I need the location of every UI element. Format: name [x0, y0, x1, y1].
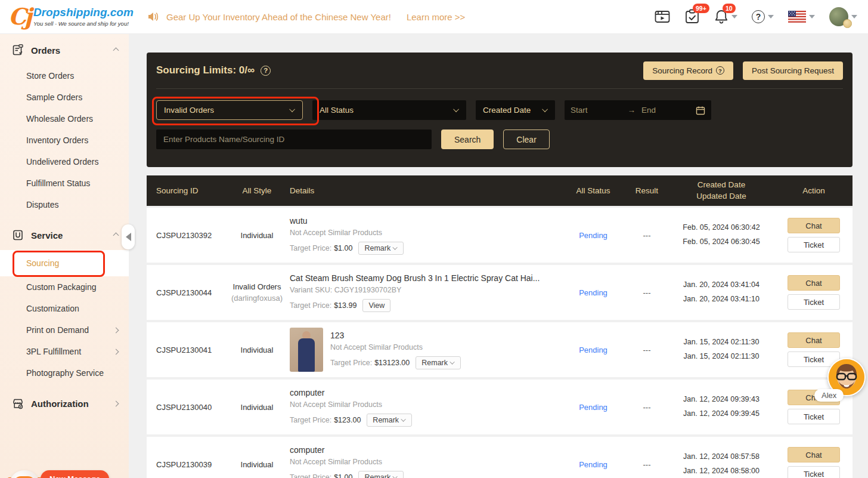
chevron-right-icon [113, 400, 119, 406]
date-end-placeholder: End [641, 106, 656, 115]
style-cell: Individual [224, 460, 290, 469]
remark-label: Remark [364, 473, 390, 478]
date-start-placeholder: Start [571, 106, 588, 115]
remark-dropdown[interactable]: Remark [416, 356, 461, 369]
table-body: CJSPU2130392 Individual wutu Not Accept … [147, 208, 852, 478]
sidebar-item-custom-packaging[interactable]: Custom Packaging [0, 276, 129, 298]
search-input[interactable] [156, 129, 432, 149]
brand-name: Dropshipping.com [33, 7, 134, 19]
sidebar-item-sourcing[interactable]: Sourcing [0, 250, 129, 276]
remark-label: Remark [364, 244, 390, 252]
table-row: CJSPU2130392 Individual wutu Not Accept … [147, 208, 852, 263]
sourcing-record-button[interactable]: Sourcing Record ? [643, 61, 733, 80]
sidebar-item-undelivered-orders[interactable]: Undelivered Orders [0, 151, 129, 172]
sidebar-item-wholesale-orders[interactable]: Wholesale Orders [0, 108, 129, 129]
sidebar-item-photography-service[interactable]: Photography Service [0, 362, 129, 384]
language-selector[interactable] [788, 11, 815, 23]
learn-more-link[interactable]: Learn more >> [407, 12, 465, 22]
chat-button[interactable]: Chat [788, 332, 840, 348]
sourcing-filter-panel: Sourcing Limits: 0/∞ ? Sourcing Record ?… [147, 53, 852, 167]
sourcing-id: CJSPU2130044 [147, 288, 224, 297]
result-cell: --- [626, 231, 668, 240]
account-menu-button[interactable] [829, 7, 857, 26]
sidebar-item-fulfillment-status[interactable]: Fulfillment Status [0, 172, 129, 194]
date-range-picker[interactable]: Start → End [565, 100, 711, 120]
chevron-right-icon [113, 327, 119, 333]
chevron-down-icon [393, 245, 398, 249]
announcement-text: Gear Up Your Inventory Ahead of the Chin… [166, 12, 391, 22]
chevron-down-icon [453, 106, 459, 112]
sidebar-item-3pl-fulfillment[interactable]: 3PL Fulfillment [0, 341, 129, 362]
help-menu-button[interactable]: ? [752, 10, 774, 23]
app-logo[interactable]: Cj Dropshipping.com You sell - We source… [8, 5, 131, 28]
sidebar-section-label: Authorization [31, 399, 89, 409]
ticket-button[interactable]: Ticket [788, 294, 840, 310]
order-type-select[interactable]: Invalid Orders [156, 100, 303, 120]
style-value: Invalid Orders [224, 282, 290, 291]
col-all-status[interactable]: All Status [560, 186, 626, 195]
ticket-button[interactable]: Ticket [788, 237, 840, 252]
status-select[interactable]: All Status [312, 100, 466, 120]
col-created-date: Created Date [668, 180, 775, 190]
details-cell: computer Not Accept Similar Products Tar… [290, 388, 560, 427]
view-label: View [368, 301, 385, 310]
video-tutorial-button[interactable] [655, 10, 670, 24]
view-button[interactable]: View [362, 299, 390, 312]
table-row: CJSPU2130044 Invalid Orders (darlingfoxu… [147, 265, 852, 320]
sidebar-item-label: Sourcing [26, 258, 59, 268]
sidebar-item-label: Sample Orders [26, 92, 82, 102]
notifications-button[interactable]: 10 [714, 9, 737, 24]
post-sourcing-request-button[interactable]: Post Sourcing Request [743, 61, 843, 80]
new-message-bubble[interactable]: New Message [41, 470, 109, 478]
help-icon[interactable]: ? [261, 66, 271, 76]
sidebar-section-service[interactable]: Service [0, 219, 129, 250]
chat-button[interactable]: Chat [788, 275, 840, 291]
chat-button[interactable]: Chat [788, 218, 840, 233]
chevron-up-icon [113, 232, 119, 238]
clear-button[interactable]: Clear [503, 129, 549, 149]
style-cell: Individual [224, 403, 290, 412]
style-cell: Individual [224, 346, 290, 354]
sidebar-item-print-on-demand[interactable]: Print on Demand [0, 319, 129, 341]
result-cell: --- [626, 460, 668, 469]
sidebar-item-inventory-orders[interactable]: Inventory Orders [0, 129, 129, 151]
service-badge-icon [12, 229, 24, 241]
tasks-button[interactable]: 99+ [684, 9, 700, 24]
status-value: All Status [320, 106, 354, 115]
updated-date: Feb. 05, 2024 06:30:45 [668, 235, 775, 249]
target-price-label: Target Price: [290, 244, 331, 252]
target-price-label: Target Price: [290, 301, 331, 310]
calendar-icon [696, 106, 705, 115]
col-all-style[interactable]: All Style [224, 186, 290, 195]
product-thumbnail[interactable] [290, 328, 323, 372]
collapse-left-icon [126, 233, 131, 241]
ticket-button[interactable]: Ticket [788, 466, 840, 478]
table-row: CJSPU2130041 Individual 123 Not Accept S… [147, 322, 852, 377]
remark-dropdown[interactable]: Remark [358, 471, 404, 478]
ticket-button[interactable]: Ticket [788, 409, 840, 424]
sidebar-collapse-button[interactable] [122, 224, 135, 249]
dates-cell: Jan. 12, 2024 08:57:58 Jan. 12, 2024 08:… [668, 450, 775, 478]
sidebar-section-orders[interactable]: Orders [0, 34, 129, 65]
remark-dropdown[interactable]: Remark [367, 414, 412, 427]
sidebar-item-store-orders[interactable]: Store Orders [0, 65, 129, 87]
support-agent-widget[interactable]: Alex [827, 358, 866, 396]
sidebar-section-authorization[interactable]: Authorization [0, 387, 129, 418]
search-button[interactable]: Search [441, 129, 494, 149]
sidebar-item-sample-orders[interactable]: Sample Orders [0, 87, 129, 108]
main-content: Sourcing Limits: 0/∞ ? Sourcing Record ?… [129, 34, 868, 478]
orders-clipboard-icon [12, 44, 24, 56]
date-type-select[interactable]: Created Date [476, 100, 555, 120]
support-bot-button[interactable] [6, 465, 43, 478]
details-cell: computer Not Accept Similar Products Tar… [290, 445, 560, 478]
details-cell: wutu Not Accept Similar Products Target … [290, 216, 560, 255]
remark-dropdown[interactable]: Remark [358, 242, 404, 255]
membership-medal-icon [843, 19, 852, 28]
sourcing-limits-text: Sourcing Limits: 0/∞ [156, 64, 255, 76]
product-title: wutu [290, 216, 404, 226]
sidebar-item-customization[interactable]: Customization [0, 298, 129, 319]
sidebar-item-label: Undelivered Orders [26, 157, 98, 166]
status-badge: Pending [560, 403, 626, 412]
sidebar-item-disputes[interactable]: Disputes [0, 194, 129, 215]
chat-button[interactable]: Chat [788, 447, 840, 462]
